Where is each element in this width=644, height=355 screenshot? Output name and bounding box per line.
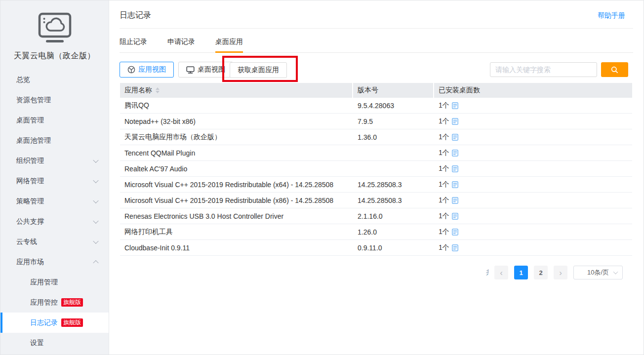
version-cell: 2.1.16.0 [353,212,434,220]
installed-desktops-detail-icon[interactable] [452,181,458,188]
page-button-2[interactable]: 2 [534,266,548,279]
installed-desktops-detail-icon[interactable] [452,134,458,141]
installed-desktops-detail-icon[interactable] [452,213,458,220]
installed-count-cell: 1个 [434,180,632,189]
chevron-down-icon [93,177,98,183]
app-view-button[interactable]: 应用视图 [120,62,174,78]
sidebar-item-network-mgmt[interactable]: 网络管理 [0,171,109,191]
page-size-select[interactable]: 10条/页 [573,266,623,279]
installed-count-cell: 1个 [434,133,632,142]
sidebar-item-app-mgmt[interactable]: 应用管理 [0,272,109,292]
installed-desktops-detail-icon[interactable] [452,118,458,125]
chevron-down-icon [93,157,98,162]
sidebar: 天翼云电脑（政企版） 总览资源包管理桌面管理桌面池管理组织管理网络管理策略管理公… [0,0,109,355]
app-view-label: 应用视图 [138,65,166,74]
help-manual-link[interactable]: 帮助手册 [598,11,625,20]
get-desktop-apps-button[interactable]: 获取桌面应用 [230,62,287,78]
installed-count-cell: 1个 [434,212,632,221]
ultimate-edition-badge: 旗舰版 [61,318,83,327]
chevron-down-icon [93,197,98,203]
installed-count-text: 1个 [439,101,449,110]
table-row: 天翼云电脑应用市场（政企版）1.36.01个 [120,129,632,145]
column-header-version: 版本号 [353,83,433,98]
ultimate-edition-badge: 旗舰版 [61,298,83,307]
app-name-cell: Realtek AC'97 Audio [120,165,353,173]
search-input[interactable] [490,62,597,77]
page-button-1[interactable]: 1 [514,266,528,279]
desktop-monitor-icon [186,66,195,74]
chevron-down-icon [93,238,98,243]
sidebar-item-app-control[interactable]: 应用管控旗舰版 [0,292,109,313]
sidebar-item-public-support[interactable]: 公共支撑 [0,211,109,232]
sidebar-item-label: 桌面池管理 [16,136,51,144]
installed-count-cell: 1个 [434,243,632,252]
installed-count-text: 1个 [439,180,449,189]
prev-page-button[interactable]: ‹ [494,266,508,279]
sidebar-item-policy-mgmt[interactable]: 策略管理 [0,191,109,211]
sidebar-item-label: 应用管控 [30,298,58,306]
column-header-installed-count: 已安装桌面数 [434,83,632,98]
table-row: 网络打印机工具1.26.01个 [120,224,632,240]
installed-desktops-detail-icon[interactable] [452,165,458,172]
table-row: Realtek AC'97 Audio1个 [120,161,632,177]
main-content: 日志记录 帮助手册 阻止记录申请记录桌面应用 应用视图 桌面视图 [110,0,644,355]
app-name-cell: Microsoft Visual C++ 2015-2019 Redistrib… [120,197,353,204]
search-button[interactable] [601,62,628,77]
installed-count-text: 1个 [439,228,449,237]
version-cell: 14.25.28508.3 [353,197,434,204]
table-row: Microsoft Visual C++ 2015-2019 Redistrib… [120,193,632,208]
app-name-cell: 腾讯QQ [120,101,353,110]
sidebar-item-org-mgmt[interactable]: 组织管理 [0,151,109,171]
table-row: Cloudbase-Init 0.9.110.9.11.01个 [120,240,632,256]
sidebar-item-log-records[interactable]: 日志记录旗舰版 [0,313,109,333]
sidebar-item-desktop-pool[interactable]: 桌面池管理 [0,130,109,151]
sidebar-item-label: 应用市场 [16,258,44,266]
column-header-app-name[interactable]: 应用名称 [120,83,352,98]
installed-desktops-detail-icon[interactable] [452,229,458,236]
tab-desktop-apps[interactable]: 桌面应用 [215,36,243,53]
sidebar-item-app-market[interactable]: 应用市场 [0,252,109,272]
tab-block-records[interactable]: 阻止记录 [120,36,147,53]
sidebar-menu: 总览资源包管理桌面管理桌面池管理组织管理网络管理策略管理公共支撑云专线应用市场应… [0,70,109,353]
sidebar-item-label: 桌面管理 [16,116,44,124]
version-cell: 14.25.28508.3 [353,181,434,189]
chevron-up-icon [93,260,98,265]
page-size-label: 10条/页 [587,268,609,277]
tab-apply-records[interactable]: 申请记录 [167,36,195,53]
installed-count-cell: 1个 [434,101,632,110]
installed-desktops-detail-icon[interactable] [452,244,458,251]
column-header-label: 版本号 [358,86,378,95]
installed-count-text: 1个 [439,133,449,142]
app-name-cell: Notepad++ (32-bit x86) [120,118,353,125]
installed-count-text: 1个 [439,243,449,252]
next-page-button[interactable]: › [554,266,567,279]
sidebar-item-overview[interactable]: 总览 [0,70,109,90]
app-name-cell: 天翼云电脑应用市场（政企版） [120,133,353,142]
version-cell: 7.9.5 [353,118,434,125]
sidebar-item-settings[interactable]: 设置 [0,333,109,353]
sidebar-item-label: 总览 [16,76,30,83]
desktop-view-label: 桌面视图 [198,65,225,74]
sort-icon[interactable] [156,87,160,93]
sidebar-item-label: 设置 [30,339,44,347]
sidebar-item-label: 公共支撑 [16,217,44,225]
sidebar-item-resource-pkg[interactable]: 资源包管理 [0,90,109,110]
installed-count-text: 1个 [439,149,449,158]
column-header-label: 已安装桌面数 [439,86,480,95]
version-cell: 9.5.4.28063 [353,102,434,110]
pagination: 共2条 ‹ 12 › 10条/页 [486,266,623,279]
app-name-cell: 网络打印机工具 [120,228,353,237]
version-cell: 1.36.0 [353,133,434,141]
installed-desktops-detail-icon[interactable] [452,197,458,204]
installed-desktops-detail-icon[interactable] [452,102,458,109]
sidebar-item-label: 组织管理 [16,157,44,164]
get-desktop-apps-label: 获取桌面应用 [238,66,279,75]
installed-desktops-detail-icon[interactable] [452,150,458,157]
app-name-cell: Tencent QQMail Plugin [120,149,353,157]
sidebar-item-cloud-line[interactable]: 云专线 [0,232,109,252]
toolbar: 应用视图 桌面视图 [120,62,233,78]
sidebar-item-desktop-mgmt[interactable]: 桌面管理 [0,110,109,130]
installed-count-text: 1个 [439,212,449,221]
sidebar-item-label: 策略管理 [16,197,44,205]
table-row: Renesas Electronics USB 3.0 Host Control… [120,208,632,224]
